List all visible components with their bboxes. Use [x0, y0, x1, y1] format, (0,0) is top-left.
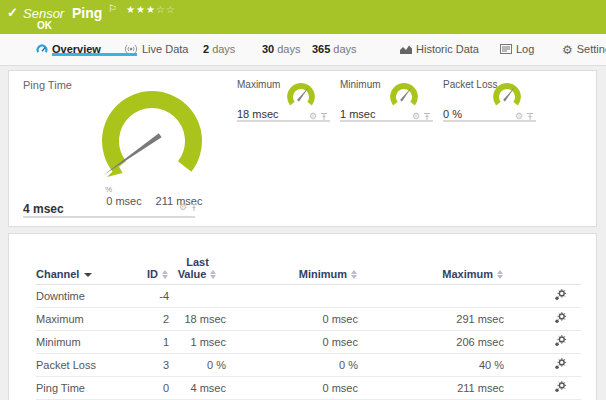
- cell-last-value: 1 msec: [169, 336, 226, 348]
- channel-settings-icon[interactable]: [553, 335, 567, 350]
- status-ok-check-icon: ✓: [7, 5, 18, 20]
- flag-icon: ⚐: [108, 3, 117, 14]
- tab-2-days[interactable]: 2days: [203, 43, 235, 55]
- minimum-gauge: [388, 83, 420, 113]
- column-header-id[interactable]: ID: [131, 268, 169, 280]
- sort-desc-icon: [84, 273, 92, 277]
- tab-bar: Overview Live Data 2days 30days 365days …: [0, 34, 606, 66]
- percent-marker: %: [105, 185, 112, 194]
- channel-settings-icon[interactable]: [553, 312, 567, 327]
- table-body: Downtime -4 Maximum 2 18 msec 0 msec 291…: [36, 284, 581, 400]
- column-header-channel[interactable]: Channel: [36, 268, 131, 280]
- sort-icon: [497, 270, 504, 279]
- column-header-last-value[interactable]: LastValue: [169, 256, 226, 280]
- tab-overview[interactable]: Overview: [36, 43, 101, 55]
- column-header-maximum[interactable]: Maximum: [358, 268, 504, 280]
- mini-gauge-maximum: Maximum 18 msec ⚙: [237, 71, 330, 123]
- mini-gauge-packet-loss: Packet Loss 0 % ⚙: [443, 71, 536, 123]
- cell-channel: Ping Time: [36, 382, 131, 394]
- table-row-ping-time: Ping Time 0 4 msec 0 msec 211 msec: [36, 377, 581, 400]
- gauge-scale-min: 0 msec: [97, 195, 151, 207]
- mini-gauge-title: Maximum: [237, 79, 280, 90]
- channels-table-panel: Channel ID LastValue Minimum Maximum Dow…: [8, 233, 597, 400]
- tab-label[interactable]: days: [333, 43, 356, 55]
- mini-gauge-value: 0 %: [443, 108, 462, 120]
- cell-id: 1: [131, 336, 169, 348]
- sensor-status-badge: OK: [37, 20, 52, 31]
- sort-icon: [162, 270, 169, 279]
- mini-gauge-minimum: Minimum 1 msec ⚙: [340, 71, 433, 123]
- tab-label[interactable]: days: [277, 43, 300, 55]
- maximum-gauge: [285, 83, 317, 113]
- tab-number[interactable]: 30: [262, 43, 274, 55]
- packet-loss-gauge: [491, 83, 523, 113]
- cell-channel: Packet Loss: [36, 359, 131, 371]
- mini-gauge-underline: [443, 120, 536, 122]
- gauges-panel: Ping Time % 0 msec 211 msec 4 msec ⚙ Max…: [8, 70, 597, 227]
- tab-settings[interactable]: ⚙Settings: [562, 43, 606, 57]
- table-row-minimum: Minimum 1 1 msec 0 msec 206 msec: [36, 331, 581, 354]
- mini-gauge-value: 1 msec: [340, 108, 375, 120]
- tab-log[interactable]: Log: [500, 43, 534, 55]
- tab-number[interactable]: 365: [312, 43, 330, 55]
- cell-channel: Minimum: [36, 336, 131, 348]
- broadcast-icon: [124, 44, 138, 54]
- cell-last-value: 0 %: [169, 359, 226, 371]
- main-gauge-underline: [23, 216, 195, 218]
- channel-settings-icon[interactable]: [553, 381, 567, 396]
- sort-icon: [351, 270, 358, 279]
- cell-maximum: 40 %: [358, 359, 504, 371]
- sort-icon: [210, 270, 217, 279]
- cell-id: 0: [131, 382, 169, 394]
- gauge-settings-gear-icon[interactable]: ⚙: [179, 203, 187, 212]
- tab-label[interactable]: Log: [516, 43, 534, 55]
- channel-settings-icon[interactable]: [553, 358, 567, 373]
- tab-label[interactable]: Live Data: [142, 43, 188, 55]
- mini-gauge-title: Packet Loss: [443, 79, 497, 90]
- sensor-header: ✓ Sensor Ping ⚐ ★★★☆☆ OK: [0, 0, 606, 34]
- ping-time-gauge: [92, 84, 212, 199]
- table-row-packet-loss: Packet Loss 3 0 % 0 % 40 %: [36, 354, 581, 377]
- cell-minimum: 0 msec: [226, 336, 358, 348]
- cell-minimum: 0 msec: [226, 313, 358, 325]
- sensor-type-label: Sensor: [23, 6, 64, 21]
- priority-stars[interactable]: ★★★☆☆: [126, 4, 176, 15]
- cell-id: 3: [131, 359, 169, 371]
- cell-minimum: 0 msec: [226, 382, 358, 394]
- tab-historic-data[interactable]: Historic Data: [400, 43, 479, 55]
- table-row-downtime: Downtime -4: [36, 285, 581, 308]
- gauge-icon: [36, 43, 48, 54]
- tab-label[interactable]: Historic Data: [416, 43, 479, 55]
- cell-maximum: 211 msec: [358, 382, 504, 394]
- cell-channel: Maximum: [36, 313, 131, 325]
- cell-maximum: 206 msec: [358, 336, 504, 348]
- column-header-minimum[interactable]: Minimum: [226, 268, 358, 280]
- cell-last-value: 4 msec: [169, 382, 226, 394]
- tab-365-days[interactable]: 365days: [312, 43, 357, 55]
- tab-30-days[interactable]: 30days: [262, 43, 301, 55]
- gauge-corner-icons: ⚙: [179, 203, 198, 212]
- main-gauge-value: 4 msec: [23, 202, 64, 216]
- tab-live-data[interactable]: Live Data: [124, 43, 188, 55]
- table-header-row: Channel ID LastValue Minimum Maximum: [36, 252, 581, 284]
- cell-id: -4: [131, 290, 169, 302]
- mini-gauge-title: Minimum: [340, 79, 381, 90]
- cell-minimum: 0 %: [226, 359, 358, 371]
- channel-settings-icon[interactable]: [553, 289, 567, 304]
- mini-gauge-value: 18 msec: [237, 108, 279, 120]
- mini-gauge-underline: [237, 120, 330, 122]
- gear-icon: ⚙: [562, 43, 573, 57]
- cell-maximum: 291 msec: [358, 313, 504, 325]
- stars-filled[interactable]: ★★★: [126, 4, 156, 15]
- tab-label[interactable]: Settings: [577, 43, 606, 55]
- tab-number[interactable]: 2: [203, 43, 209, 55]
- tab-label[interactable]: days: [212, 43, 235, 55]
- cell-last-value: 18 msec: [169, 313, 226, 325]
- pin-icon[interactable]: [190, 203, 198, 212]
- area-chart-icon: [400, 44, 412, 54]
- cell-channel: Downtime: [36, 290, 131, 302]
- table-row-maximum: Maximum 2 18 msec 0 msec 291 msec: [36, 308, 581, 331]
- mini-gauge-underline: [340, 120, 433, 122]
- cell-id: 2: [131, 313, 169, 325]
- stars-empty[interactable]: ☆☆: [156, 4, 176, 15]
